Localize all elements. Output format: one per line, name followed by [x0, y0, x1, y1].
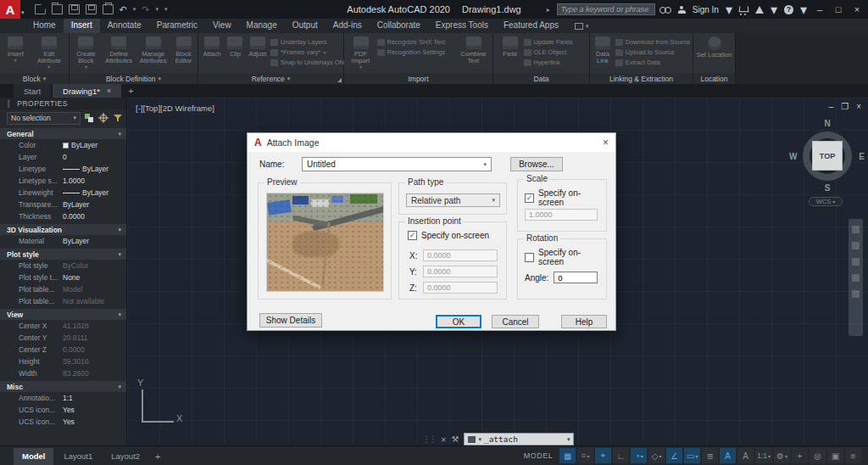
- annotation-monitor-toggle[interactable]: +: [792, 448, 808, 463]
- compass-east[interactable]: E: [859, 152, 865, 161]
- plot-icon[interactable]: [103, 4, 114, 14]
- sign-in-label[interactable]: Sign In: [693, 5, 719, 14]
- section-3d-visualization[interactable]: 3D Visualization ▾: [0, 224, 126, 235]
- tab-view[interactable]: View: [205, 19, 239, 33]
- prop-row-ucs-icon-origin[interactable]: UCS icon... Yes: [0, 416, 126, 428]
- undo-icon[interactable]: ↶: [120, 5, 127, 14]
- tab-express-tools[interactable]: Express Tools: [428, 19, 496, 33]
- autodesk-app-icon[interactable]: [755, 6, 764, 14]
- new-drawing-tab-button[interactable]: +: [123, 84, 138, 98]
- select-objects-icon[interactable]: [98, 113, 108, 123]
- undo-caret-icon[interactable]: ▾: [133, 6, 136, 13]
- block-editor-button[interactable]: Block Editor: [171, 35, 196, 73]
- cancel-button[interactable]: Cancel: [492, 315, 539, 328]
- create-block-button[interactable]: Create Block ▾: [71, 35, 101, 73]
- viewcube[interactable]: N S W E TOP WCS ▾: [800, 129, 854, 183]
- pdf-import-button[interactable]: PDF Import ▾: [347, 35, 376, 73]
- y-input[interactable]: 0.0000: [423, 266, 498, 277]
- isometric-drafting-toggle[interactable]: ◇▾: [648, 448, 665, 463]
- hyperlink-button[interactable]: Hyperlink: [524, 59, 585, 66]
- panel-label-data[interactable]: Data: [493, 73, 589, 84]
- new-layout-button[interactable]: +: [150, 448, 165, 465]
- manage-attributes-button[interactable]: Manage Attributes: [136, 35, 170, 73]
- command-text[interactable]: _attach: [484, 434, 565, 444]
- tab-annotate[interactable]: Annotate: [100, 19, 149, 33]
- z-input[interactable]: 0.0000: [423, 282, 498, 294]
- define-attributes-button[interactable]: Define Attributes: [103, 35, 136, 73]
- adjust-button[interactable]: Adjust: [247, 35, 269, 73]
- extract-data-button[interactable]: Extract Data: [615, 59, 691, 66]
- tab-parametric[interactable]: Parametric: [149, 19, 205, 33]
- section-view[interactable]: View ▾: [0, 309, 126, 320]
- prop-row-plot-table-type[interactable]: Plot table... Not available: [0, 295, 126, 307]
- command-recent-icon[interactable]: [468, 436, 476, 443]
- help-icon[interactable]: ?: [784, 5, 793, 14]
- edit-attribute-button[interactable]: Edit Attribute ▾: [31, 35, 67, 73]
- app-store-cart-icon[interactable]: [739, 6, 748, 14]
- infer-constraints-toggle[interactable]: ⌖: [595, 448, 611, 463]
- autoscale-toggle[interactable]: A: [737, 448, 754, 463]
- upload-to-source-button[interactable]: Upload to Source: [615, 48, 691, 56]
- selection-dropdown[interactable]: No selection ▾: [7, 112, 81, 125]
- workspace-switching-button[interactable]: ⚙▾: [774, 448, 790, 463]
- open-file-icon[interactable]: [52, 4, 63, 14]
- maximize-button[interactable]: □: [832, 4, 844, 14]
- layout-tab-model[interactable]: Model: [14, 448, 53, 465]
- section-general[interactable]: General ▾: [0, 128, 126, 139]
- prop-row-center-z[interactable]: Center Z 0.0000: [0, 344, 126, 356]
- quick-select-icon[interactable]: [113, 113, 123, 123]
- search-input[interactable]: [557, 3, 655, 15]
- path-type-dropdown[interactable]: Relative path ▾: [406, 193, 500, 207]
- dialog-title-bar[interactable]: A Attach Image ×: [248, 133, 615, 152]
- browse-button[interactable]: Browse...: [510, 157, 563, 171]
- attach-button[interactable]: Attach: [200, 35, 224, 73]
- zoom-icon[interactable]: [852, 258, 860, 266]
- field-button[interactable]: Field: [498, 35, 522, 73]
- panel-label-reference[interactable]: Reference ▾: [198, 73, 343, 84]
- prop-row-material[interactable]: Material ByLayer: [0, 235, 126, 247]
- snap-mode-toggle[interactable]: ⌗▾: [577, 448, 593, 463]
- tab-add-ins[interactable]: Add-ins: [326, 19, 370, 33]
- annotation-visibility-toggle[interactable]: A: [720, 448, 736, 463]
- pan-icon[interactable]: [852, 242, 860, 249]
- panel-label-linking-extraction[interactable]: Linking & Extraction: [590, 73, 693, 84]
- scale-specify-checkbox[interactable]: ✓ Specify on-screen: [525, 188, 606, 207]
- help-button[interactable]: Help: [561, 315, 607, 328]
- osnap-tracking-toggle[interactable]: ∠: [666, 448, 682, 463]
- qat-customize-icon[interactable]: ▾: [164, 6, 168, 13]
- doc-minimize-button[interactable]: –: [829, 103, 834, 111]
- rotation-specify-checkbox[interactable]: Specify on-screen: [525, 248, 606, 266]
- prop-row-plot-table-attached[interactable]: Plot table... Model: [0, 283, 126, 295]
- frames-vary-button[interactable]: *Frames vary* ▾: [270, 48, 342, 56]
- combine-text-button[interactable]: Combine Text: [457, 35, 491, 73]
- compass-north[interactable]: N: [824, 119, 830, 128]
- tab-output[interactable]: Output: [285, 19, 326, 33]
- toggle-pickadd-icon[interactable]: [84, 113, 94, 123]
- minimize-button[interactable]: –: [814, 4, 826, 14]
- underlay-layers-button[interactable]: Underlay Layers: [270, 38, 342, 46]
- orbit-icon[interactable]: [852, 274, 860, 282]
- navigation-bar[interactable]: [849, 219, 863, 336]
- file-tab-drawing1[interactable]: Drawing1* ×: [53, 84, 121, 98]
- compass-south[interactable]: S: [825, 183, 831, 193]
- prop-row-linetype[interactable]: Linetype ByLayer: [0, 163, 126, 175]
- annotation-scale-button[interactable]: 1:1▾: [755, 448, 772, 463]
- redo-caret-icon[interactable]: ▾: [155, 6, 159, 13]
- set-location-button[interactable]: Set Location: [696, 35, 733, 73]
- section-misc[interactable]: Misc ▾: [0, 381, 126, 392]
- close-tab-icon[interactable]: ×: [107, 87, 111, 95]
- doc-restore-button[interactable]: ❐: [841, 103, 849, 111]
- insertion-specify-checkbox[interactable]: ✓ Specify on-screen: [408, 231, 489, 240]
- section-plot-style[interactable]: Plot style ▾: [0, 249, 126, 260]
- show-details-button[interactable]: Show Details: [259, 313, 322, 328]
- tab-home[interactable]: Home: [25, 19, 64, 33]
- wcs-menu[interactable]: WCS ▾: [809, 197, 843, 206]
- prop-row-center-x[interactable]: Center X 41.1028: [0, 320, 126, 332]
- viewcube-top-face[interactable]: TOP: [812, 141, 843, 171]
- prop-row-plot-style-table[interactable]: Plot style t... None: [0, 272, 126, 283]
- name-dropdown[interactable]: Untitled ▾: [302, 157, 492, 171]
- prop-row-annotation-scale[interactable]: Annotatio... 1:1: [0, 392, 126, 404]
- lineweight-toggle[interactable]: ≣: [702, 448, 718, 463]
- viewport-controls[interactable]: [-][Top][2D Wireframe]: [136, 104, 214, 113]
- angle-input[interactable]: 0: [554, 272, 598, 283]
